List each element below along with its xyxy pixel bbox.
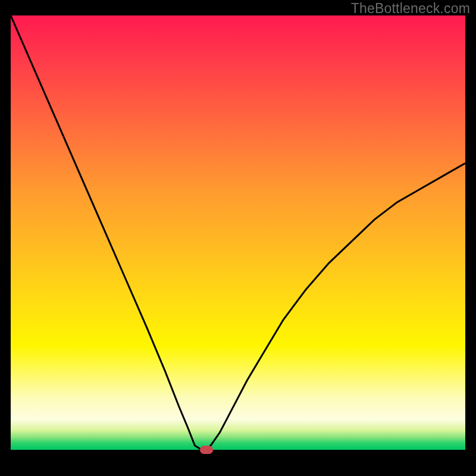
bottleneck-curve: [11, 15, 465, 468]
watermark-text: TheBottleneck.com: [351, 1, 470, 17]
curve-path: [11, 15, 465, 450]
chart-frame: [11, 15, 465, 468]
optimal-point-marker: [200, 446, 213, 454]
